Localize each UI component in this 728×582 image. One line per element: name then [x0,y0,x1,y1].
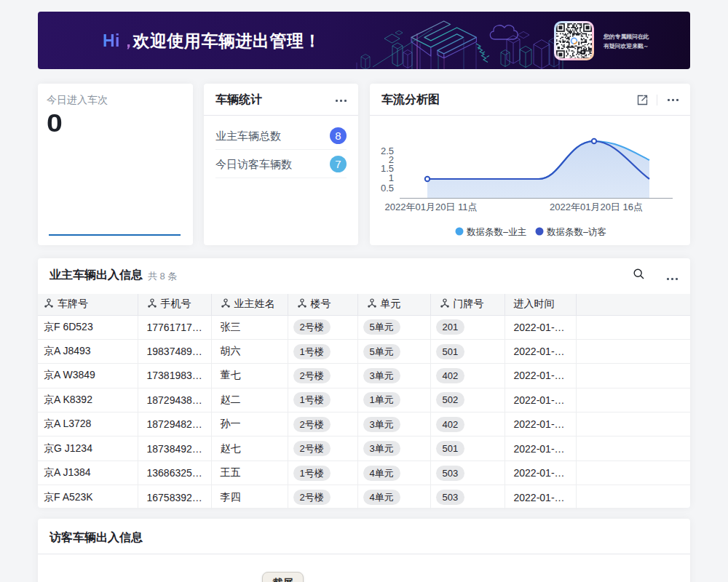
svg-text:1: 1 [389,172,394,183]
svg-text:0.5: 0.5 [381,183,394,194]
svg-text:2022年01月20日 11点: 2022年01月20日 11点 [385,202,478,212]
svg-text:数据条数–业主: 数据条数–业主 [467,227,526,237]
svg-text:数据条数–访客: 数据条数–访客 [547,227,606,237]
svg-text:2022年01月20日 16点: 2022年01月20日 16点 [550,202,643,212]
